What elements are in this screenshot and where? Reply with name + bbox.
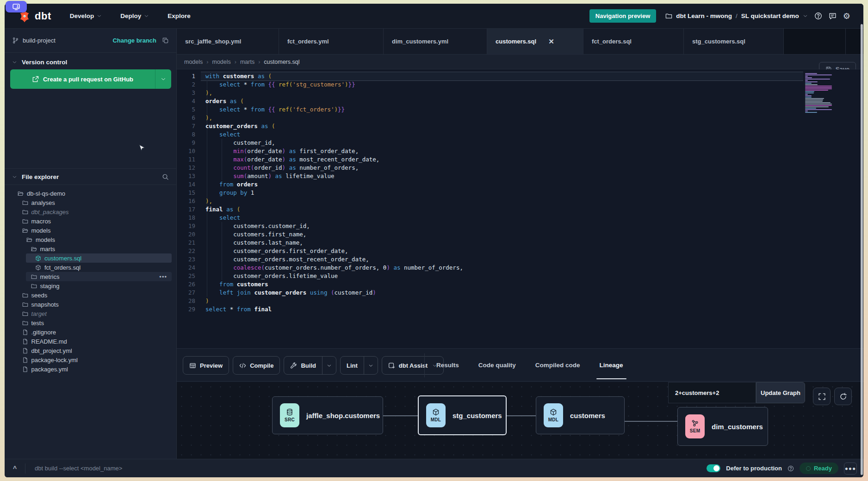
folder-icon [22, 320, 28, 326]
editor-tab-src_jaffle_shop.yml[interactable]: src_jaffle_shop.yml [177, 29, 279, 54]
tab-lineage[interactable]: Lineage [598, 349, 625, 382]
code-line: customers.first_name, [205, 230, 463, 239]
tree-item-tests[interactable]: tests [5, 318, 176, 327]
lineage-node-dim_customers[interactable]: SEMdim_customers [677, 407, 768, 446]
defer-help-icon[interactable] [787, 465, 794, 472]
tree-item-macros[interactable]: macros [5, 216, 176, 226]
lineage-node-stg_customers[interactable]: MDLstg_customers [418, 395, 507, 435]
more-options-icon[interactable]: ••• [159, 273, 167, 280]
breadcrumb-item[interactable]: models [184, 59, 203, 65]
create-pull-request-button[interactable]: Create a pull request on GitHub [10, 69, 171, 89]
minimap-line [805, 87, 832, 88]
tree-item-packages.yml[interactable]: packages.yml [5, 364, 176, 374]
lineage-selector-input[interactable]: 2+customers+2 [668, 382, 756, 403]
tree-item-label: fct_orders.sql [44, 264, 81, 271]
breadcrumb-separator: › [206, 59, 208, 65]
dbt-assist-button[interactable]: dbt Assist [382, 356, 444, 375]
tree-item-analyses[interactable]: analyses [5, 198, 176, 207]
node-type-badge: MDL [544, 403, 563, 427]
fullscreen-button[interactable] [813, 388, 831, 405]
update-graph-button[interactable]: Update Graph [756, 382, 805, 403]
tab-compiled-code[interactable]: Compiled code [534, 349, 582, 382]
tree-item-metrics[interactable]: metrics••• [5, 272, 176, 281]
tree-item-.gitignore[interactable]: .gitignore [5, 327, 176, 337]
pr-button-dropdown[interactable] [155, 69, 171, 89]
breadcrumb-item[interactable]: marts [240, 59, 254, 65]
minimap[interactable] [805, 73, 834, 113]
editor-tab-customers.sql[interactable]: customers.sql✕ [487, 29, 583, 54]
collapse-panel-button[interactable]: ^ [5, 465, 25, 472]
change-branch-link[interactable]: Change branch [112, 37, 156, 44]
version-control-header[interactable]: Version control [5, 54, 176, 70]
lineage-node-customers[interactable]: MDLcustomers [536, 396, 625, 434]
more-options-button[interactable]: ●●● [844, 462, 857, 475]
mouse-cursor [138, 144, 146, 152]
tree-item-dbt_project.yml[interactable]: dbt_project.yml [5, 346, 176, 355]
refresh-button[interactable] [834, 388, 852, 405]
minimap-line [805, 111, 808, 111]
line-number: 21 [177, 239, 195, 247]
tree-item-README.md[interactable]: README.md [5, 337, 176, 346]
tab-label: fct_orders.yml [287, 38, 329, 45]
gear-icon[interactable]: ⚙ [843, 12, 850, 20]
tree-item-target[interactable]: target [5, 309, 176, 318]
close-icon[interactable]: ✕ [548, 37, 554, 46]
editor-tab-fct_orders.yml[interactable]: fct_orders.yml [279, 29, 384, 54]
help-icon[interactable] [814, 12, 822, 20]
tree-item-fct_orders.sql[interactable]: fct_orders.sql [5, 263, 176, 272]
tree-item-models[interactable]: models [5, 235, 176, 244]
defer-toggle[interactable] [707, 464, 720, 472]
assist-icon [388, 362, 395, 369]
editor-tab-stg_customers.sql[interactable]: stg_customers.sql [684, 29, 784, 54]
editor-tab-fct_orders.sql[interactable]: fct_orders.sql [583, 29, 684, 54]
navigation-preview-button[interactable]: Navigation preview [589, 9, 656, 23]
copy-branch-icon[interactable] [162, 37, 169, 44]
command-input[interactable]: dbt build --select <model_name> [35, 465, 122, 472]
tree-item-marts[interactable]: marts [5, 244, 176, 253]
code-line: group by 1 [205, 189, 463, 197]
feedback-icon[interactable] [829, 12, 837, 20]
code-line: min(order_date) as first_order_date, [205, 147, 463, 155]
code-editor[interactable]: 1234567891011121314151617181920212223242… [177, 69, 863, 348]
node-type-badge: SRC [280, 403, 299, 427]
tree-item-snapshots[interactable]: snapshots [5, 300, 176, 309]
tree-item-dbt_packages[interactable]: dbt_packages [5, 207, 176, 216]
tree-item-package-lock.yml[interactable]: package-lock.yml [5, 355, 176, 364]
screen-share-indicator[interactable] [6, 1, 27, 12]
tree-item-seeds[interactable]: seeds [5, 290, 176, 300]
model-icon [35, 255, 41, 261]
code-content[interactable]: with customers as ( select * from {{ ref… [205, 72, 463, 314]
tab-results[interactable]: Results [435, 349, 460, 382]
compile-button[interactable]: Compile [233, 356, 280, 375]
breadcrumb-item[interactable]: models [212, 59, 230, 65]
search-icon[interactable] [162, 173, 169, 180]
minimap-line [805, 105, 832, 106]
tab-code-quality[interactable]: Code quality [477, 349, 517, 382]
tree-item-db-sl-qs-demo[interactable]: db-sl-qs-demo [5, 189, 176, 198]
line-number: 26 [177, 280, 195, 289]
account-breadcrumb[interactable]: dbt Learn - mwong / SL quickstart demo [665, 12, 808, 19]
build-button[interactable]: Build [284, 356, 336, 375]
lint-button[interactable]: Lint [340, 356, 378, 375]
tree-item-models[interactable]: models [5, 226, 176, 235]
preview-button[interactable]: Preview [183, 356, 229, 375]
lineage-canvas[interactable]: 2+customers+2 Update Graph SRCjaffle_sho… [177, 382, 863, 459]
row-highlight [26, 290, 172, 300]
editor-tab-dim_customers.yml[interactable]: dim_customers.yml [384, 29, 487, 54]
ready-status-badge[interactable]: Ready [800, 462, 838, 474]
line-number: 18 [177, 214, 195, 222]
tree-item-customers.sql[interactable]: customers.sql [5, 253, 176, 263]
minimap-line [805, 97, 812, 98]
tree-item-staging[interactable]: staging [5, 281, 176, 290]
menu-deploy[interactable]: Deploy [120, 12, 149, 19]
dropdown-toggle[interactable] [322, 357, 336, 374]
file-explorer-title: File explorer [22, 173, 59, 180]
lineage-node-jaffle_shop.customers[interactable]: SRCjaffle_shop.customers [272, 396, 383, 434]
menu-explore[interactable]: Explore [167, 12, 191, 19]
menu-develop[interactable]: Develop [70, 12, 102, 19]
window-scrollbar[interactable] [861, 24, 863, 475]
file-explorer-header[interactable]: File explorer [5, 168, 176, 185]
breadcrumb-item[interactable]: customers.sql [264, 59, 299, 65]
dropdown-toggle[interactable] [364, 357, 378, 374]
results-tabs: ResultsCode qualityCompiled codeLineage [435, 349, 625, 382]
